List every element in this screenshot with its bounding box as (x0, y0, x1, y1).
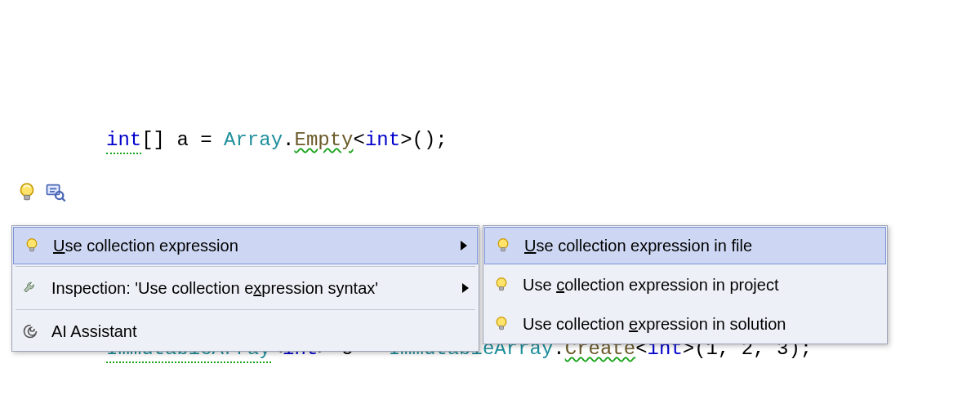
quick-fix-submenu: Use collection expression in file Use co… (483, 225, 888, 344)
inspect-icon[interactable] (44, 181, 67, 204)
menu-item-ai-assistant[interactable]: AI Assistant (12, 312, 479, 351)
menu-label: AI Assistant (51, 322, 469, 341)
submenu-item-in-file[interactable]: Use collection expression in file (484, 227, 886, 264)
svg-line-6 (62, 198, 65, 202)
svg-point-11 (497, 278, 506, 288)
menu-label: Use collection expression in project (523, 276, 877, 295)
menu-label: Inspection: 'Use collection expression s… (51, 279, 451, 298)
submenu-item-in-project[interactable]: Use collection expression in project (483, 265, 887, 304)
menu-separator (16, 309, 475, 310)
code-line-1: int[] a = Array.Empty<int>(); (106, 127, 894, 153)
lightbulb-icon[interactable] (16, 182, 38, 203)
svg-rect-12 (500, 287, 504, 290)
menu-item-use-collection-expression[interactable]: Use collection expression (13, 227, 478, 264)
svg-point-13 (497, 317, 506, 327)
svg-point-9 (498, 239, 508, 249)
lightbulb-icon (22, 237, 42, 254)
svg-rect-14 (500, 326, 504, 330)
menu-label: Use collection expression in solution (523, 315, 877, 334)
type-keyword: int (106, 129, 141, 151)
gutter-action-icons (16, 181, 67, 204)
lightbulb-icon (492, 277, 511, 293)
wrench-icon (20, 280, 40, 296)
method-empty: Empty (294, 129, 353, 151)
quick-fix-menu: Use collection expression Inspection: 'U… (11, 225, 479, 352)
chevron-right-icon (461, 241, 467, 251)
svg-rect-1 (24, 195, 30, 199)
lightbulb-icon (493, 237, 513, 254)
svg-rect-8 (30, 248, 34, 251)
menu-separator (16, 266, 475, 267)
menu-label: Use collection expression (53, 237, 449, 255)
menu-label: Use collection expression in file (524, 237, 875, 255)
lightbulb-icon (492, 316, 511, 332)
chevron-right-icon (462, 283, 469, 293)
svg-rect-10 (501, 248, 506, 251)
submenu-item-in-solution[interactable]: Use collection expression in solution (483, 304, 887, 344)
menu-item-inspection[interactable]: Inspection: 'Use collection expression s… (12, 268, 479, 308)
ai-spiral-icon (20, 323, 40, 339)
svg-point-7 (27, 239, 37, 249)
